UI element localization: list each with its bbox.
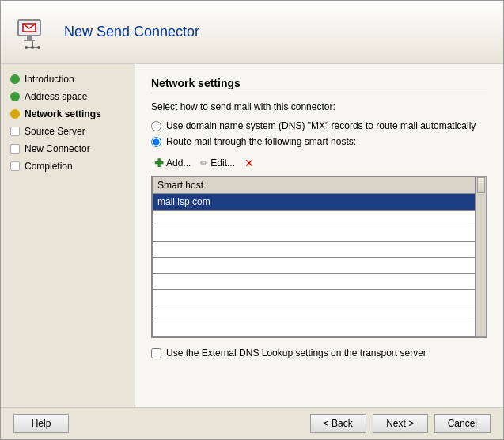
external-dns-checkbox[interactable]: [151, 348, 161, 358]
table-cell-smart-host: mail.isp.com: [153, 194, 476, 211]
smart-host-table-container: Smart host mail.isp.com: [151, 176, 487, 338]
status-dot-completion: [10, 161, 20, 171]
table-empty-row-1: [153, 211, 476, 226]
table-header-smart-host: Smart host: [153, 177, 476, 194]
radio-dns[interactable]: [151, 121, 161, 131]
status-dot-introduction: [10, 74, 20, 84]
table-row[interactable]: mail.isp.com: [153, 194, 476, 211]
svg-rect-3: [27, 36, 32, 40]
section-title: Network settings: [151, 77, 487, 93]
edit-label: Edit...: [210, 157, 235, 169]
sidebar-item-completion[interactable]: Completion: [1, 157, 135, 175]
table-empty-row-7: [153, 305, 476, 321]
sidebar-item-network-settings[interactable]: Network settings: [1, 105, 135, 123]
delete-button[interactable]: ✕: [241, 155, 257, 171]
add-label: Add...: [166, 157, 191, 169]
instructions-text: Select how to send mail with this connec…: [151, 101, 487, 112]
smart-host-toolbar: ✚ Add... ✏ Edit... ✕: [151, 155, 487, 171]
add-button[interactable]: ✚ Add...: [151, 155, 194, 171]
nav-buttons: < Back Next > Cancel: [310, 414, 491, 433]
dialog-icon: [13, 13, 51, 51]
table-empty-row-2: [153, 226, 476, 242]
sidebar-item-address-space[interactable]: Address space: [1, 88, 135, 105]
table-empty-row-6: [153, 290, 476, 305]
add-icon: ✚: [154, 157, 164, 169]
svg-rect-4: [24, 40, 35, 41]
sidebar-item-introduction[interactable]: Introduction: [1, 70, 135, 88]
status-dot-new-connector: [10, 144, 20, 154]
next-button[interactable]: Next >: [373, 414, 428, 433]
radio-dns-row: Use domain name system (DNS) "MX" record…: [151, 120, 487, 131]
content-area: Introduction Address space Network setti…: [1, 64, 503, 407]
smart-host-table: Smart host mail.isp.com: [152, 176, 476, 337]
radio-smart-label[interactable]: Route mail through the following smart h…: [166, 136, 356, 147]
dialog-title: New Send Connector: [64, 24, 199, 40]
scrollbar[interactable]: [476, 176, 487, 337]
table-empty-row-5: [153, 274, 476, 290]
delete-icon: ✕: [244, 157, 254, 169]
back-button[interactable]: < Back: [310, 414, 366, 433]
edit-button[interactable]: ✏ Edit...: [197, 156, 238, 170]
main-panel: Network settings Select how to send mail…: [135, 64, 503, 407]
sidebar: Introduction Address space Network setti…: [1, 64, 135, 407]
svg-point-9: [37, 46, 40, 49]
sidebar-item-new-connector[interactable]: New Connector: [1, 140, 135, 157]
radio-dns-label[interactable]: Use domain name system (DNS) "MX" record…: [166, 120, 476, 131]
edit-icon: ✏: [200, 157, 208, 169]
external-dns-label[interactable]: Use the External DNS Lookup settings on …: [166, 347, 426, 358]
radio-smart[interactable]: [151, 137, 161, 147]
cancel-button[interactable]: Cancel: [434, 414, 491, 433]
bottom-bar: Help < Back Next > Cancel: [1, 407, 503, 439]
external-dns-row: Use the External DNS Lookup settings on …: [151, 347, 487, 358]
sidebar-item-source-server[interactable]: Source Server: [1, 123, 135, 140]
table-empty-row-8: [153, 321, 476, 337]
svg-point-8: [25, 46, 28, 49]
status-dot-network-settings: [10, 109, 20, 119]
radio-smart-row: Route mail through the following smart h…: [151, 136, 487, 147]
table-empty-row-3: [153, 242, 476, 258]
dialog: New Send Connector Introduction Address …: [0, 0, 504, 440]
help-button[interactable]: Help: [13, 414, 69, 433]
title-bar: New Send Connector: [1, 1, 503, 64]
table-empty-row-4: [153, 258, 476, 274]
status-dot-address-space: [10, 92, 20, 101]
status-dot-source-server: [10, 127, 20, 136]
